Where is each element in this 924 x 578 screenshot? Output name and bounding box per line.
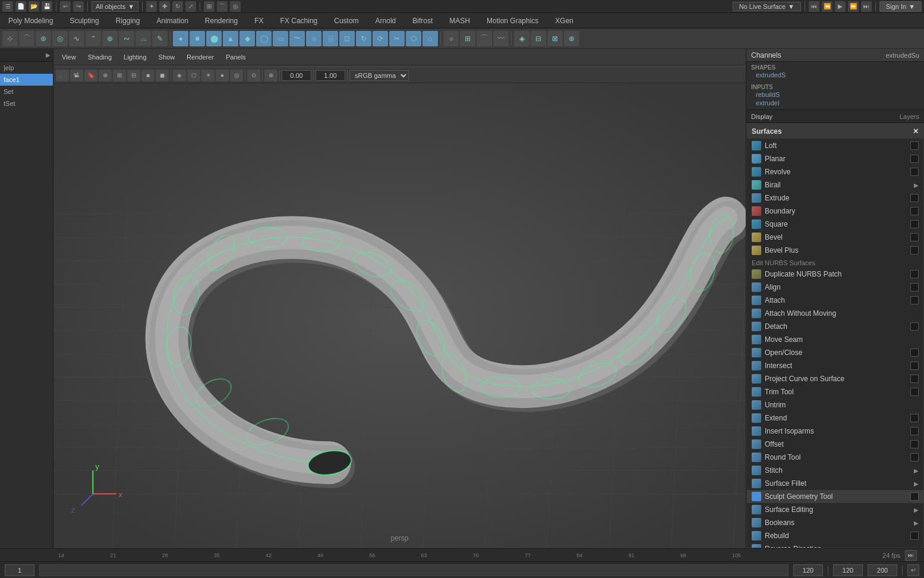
vp-show-menu[interactable]: Show bbox=[154, 52, 180, 62]
surfaces-item-revolve[interactable]: Revolve bbox=[747, 165, 923, 178]
extrude-checkbox[interactable] bbox=[910, 194, 919, 202]
frame-start-input[interactable] bbox=[5, 564, 34, 576]
loft-checkbox[interactable] bbox=[910, 142, 919, 150]
sculpt-geo-checkbox[interactable] bbox=[910, 492, 919, 501]
frame-end-input[interactable] bbox=[793, 564, 823, 576]
display-tab[interactable]: Display bbox=[751, 113, 772, 120]
vp-light-icon[interactable]: ☀ bbox=[201, 70, 215, 81]
surfaces-item-open-close[interactable]: Open/Close bbox=[747, 346, 923, 359]
object-filter-dropdown[interactable]: All objects ▼ bbox=[92, 1, 138, 12]
shelf-trim-icon[interactable]: ✂ bbox=[389, 31, 405, 46]
frame-max-input[interactable] bbox=[868, 564, 897, 576]
shelf-paint-icon[interactable]: ⊕ bbox=[564, 31, 579, 46]
new-icon[interactable]: 📄 bbox=[15, 1, 26, 12]
shelf-twist-icon[interactable]: 〰 bbox=[493, 31, 509, 46]
surfaces-item-attach[interactable]: Attach bbox=[747, 294, 923, 307]
shelf-cube-icon[interactable]: ■ bbox=[190, 31, 205, 46]
shelf-diamond-icon[interactable]: ◆ bbox=[239, 31, 255, 46]
surfaces-item-sculpt-geo[interactable]: Sculpt Geometry Tool bbox=[747, 490, 923, 503]
vp-shaded-icon[interactable]: ■ bbox=[141, 70, 154, 81]
shelf-deform-icon[interactable]: ⟐ bbox=[443, 31, 459, 46]
timeline-ruler[interactable]: 14 21 28 35 42 49 56 63 70 77 84 91 98 1… bbox=[56, 549, 743, 561]
timeline[interactable]: 14 21 28 35 42 49 56 63 70 77 84 91 98 1… bbox=[0, 548, 924, 561]
shelf-wave-icon[interactable]: 〜 bbox=[289, 31, 305, 46]
vp-near-clip-input[interactable] bbox=[282, 70, 311, 81]
left-panel-item-face1[interactable]: face1 bbox=[0, 74, 53, 86]
playback-range-bar[interactable] bbox=[39, 564, 789, 576]
tab-poly-modeling[interactable]: Poly Modeling bbox=[0, 13, 61, 28]
layers-tab[interactable]: Layers bbox=[900, 113, 919, 120]
shelf-lattice-icon[interactable]: ⊞ bbox=[460, 31, 475, 46]
snap-point-icon[interactable]: ◎ bbox=[230, 1, 241, 12]
vp-cam-icon[interactable]: 🎥 bbox=[56, 70, 69, 81]
viewport-canvas[interactable]: x y z persp bbox=[53, 82, 746, 548]
tab-custom[interactable]: Custom bbox=[326, 13, 367, 28]
frame-out-input[interactable] bbox=[833, 564, 863, 576]
tab-mash[interactable]: MASH bbox=[441, 13, 478, 28]
shelf-cv-icon[interactable]: ⌃ bbox=[86, 31, 101, 46]
attach-checkbox[interactable] bbox=[910, 296, 919, 304]
vp-shadow-icon[interactable]: ● bbox=[216, 70, 229, 81]
save-icon[interactable]: 💾 bbox=[42, 1, 52, 12]
vp-renderer-menu[interactable]: Renderer bbox=[182, 52, 219, 62]
shelf-soft-select-icon[interactable]: ◎ bbox=[52, 31, 68, 46]
shapes-item-0[interactable]: extrudedS bbox=[751, 71, 919, 79]
tab-sculpting[interactable]: Sculpting bbox=[61, 13, 107, 28]
surfaces-item-extend[interactable]: Extend bbox=[747, 411, 923, 425]
planar-checkbox[interactable] bbox=[910, 155, 919, 163]
snap-curve-icon[interactable]: ⌒ bbox=[217, 1, 228, 12]
live-surface-dropdown[interactable]: No Live Surface ▼ bbox=[733, 2, 801, 11]
revolve-checkbox[interactable] bbox=[910, 168, 919, 176]
left-panel-item-set[interactable]: Set bbox=[0, 86, 53, 98]
vp-smooth-icon[interactable]: ◼ bbox=[156, 70, 169, 81]
surfaces-item-insert-isoparms[interactable]: Insert Isoparms bbox=[747, 425, 923, 438]
intersect-checkbox[interactable] bbox=[910, 362, 919, 370]
shelf-arc-icon[interactable]: ⌓ bbox=[135, 31, 151, 46]
rotate-icon[interactable]: ↻ bbox=[172, 1, 183, 12]
tab-arnold[interactable]: Arnold bbox=[367, 13, 405, 28]
trim-tool-checkbox[interactable] bbox=[910, 388, 919, 396]
surfaces-item-project-curve[interactable]: Project Curve on Surface bbox=[747, 372, 923, 385]
tab-xgen[interactable]: XGen bbox=[547, 13, 582, 28]
round-tool-checkbox[interactable] bbox=[910, 453, 919, 461]
tab-animation[interactable]: Animation bbox=[148, 13, 196, 28]
left-panel-item-help[interactable]: |elp bbox=[0, 62, 53, 74]
shelf-cone-icon[interactable]: ▲ bbox=[223, 31, 238, 46]
surfaces-item-loft[interactable]: Loft bbox=[747, 139, 923, 152]
vp-display-icon[interactable]: ◈ bbox=[173, 70, 186, 81]
surfaces-item-planar[interactable]: Planar bbox=[747, 152, 923, 165]
menu-icon[interactable]: ☰ bbox=[2, 1, 13, 12]
tab-fx[interactable]: FX bbox=[246, 13, 272, 28]
shelf-curve-icon[interactable]: ∿ bbox=[69, 31, 84, 46]
shelf-sphere-icon[interactable]: ● bbox=[173, 31, 188, 46]
boundary-checkbox[interactable] bbox=[910, 207, 919, 215]
vp-view-menu[interactable]: View bbox=[57, 52, 81, 62]
scale-icon[interactable]: ⤢ bbox=[185, 1, 196, 12]
tab-fx-caching[interactable]: FX Caching bbox=[272, 13, 326, 28]
left-panel-expand-btn[interactable]: ▶ bbox=[46, 52, 51, 58]
surfaces-item-detach[interactable]: Detach bbox=[747, 320, 923, 333]
shelf-select-icon[interactable]: ⊹ bbox=[2, 31, 18, 46]
shelf-material-icon[interactable]: ◈ bbox=[514, 31, 529, 46]
shelf-revolve-icon[interactable]: ↻ bbox=[356, 31, 371, 46]
shelf-bend-icon[interactable]: ⌒ bbox=[477, 31, 492, 46]
timeline-end-btn[interactable]: ⏭ bbox=[905, 550, 917, 561]
vp-render-icon[interactable]: ⬡ bbox=[187, 70, 200, 81]
shelf-sweep-icon[interactable]: ⟳ bbox=[373, 31, 388, 46]
surfaces-item-align[interactable]: Align bbox=[747, 281, 923, 294]
surfaces-item-dup-nurbs[interactable]: Duplicate NURBS Patch bbox=[747, 268, 923, 281]
shelf-sculpt-icon[interactable]: ⌂ bbox=[422, 31, 438, 46]
surfaces-item-surface-fillet[interactable]: Surface Fillet ▶ bbox=[747, 477, 923, 490]
surfaces-item-surface-editing[interactable]: Surface Editing ▶ bbox=[747, 503, 923, 516]
vp-lighting-menu[interactable]: Lighting bbox=[119, 52, 152, 62]
shelf-paint-select-icon[interactable]: ⊛ bbox=[36, 31, 51, 46]
shelf-pencil-icon[interactable]: ✎ bbox=[152, 31, 168, 46]
vp-bookmark-icon[interactable]: 🔖 bbox=[84, 70, 97, 81]
play-back-icon[interactable]: ⏮ bbox=[809, 1, 819, 12]
surfaces-item-stitch[interactable]: Stitch ▶ bbox=[747, 464, 923, 477]
shelf-ep-icon[interactable]: ⊕ bbox=[102, 31, 118, 46]
vp-wireframe-icon[interactable]: ⊟ bbox=[127, 70, 140, 81]
tab-motion-graphics[interactable]: Motion Graphics bbox=[478, 13, 547, 28]
surfaces-item-bevel[interactable]: Bevel bbox=[747, 231, 923, 244]
rebuild-checkbox[interactable] bbox=[910, 532, 919, 540]
